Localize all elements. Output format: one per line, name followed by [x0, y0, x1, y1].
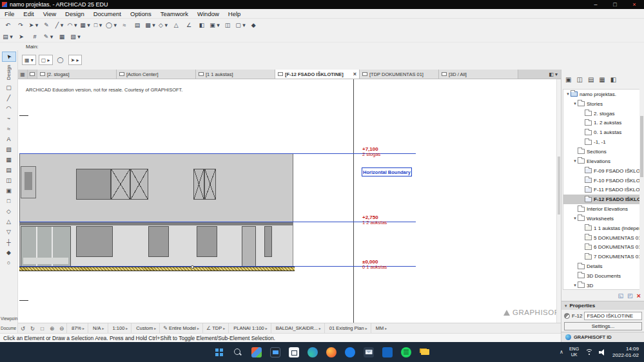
toolbar-button-icon[interactable]: ◯ ▾: [106, 20, 117, 30]
tree-item[interactable]: F-11 FSADO IŠKLOTINE (A: [563, 185, 639, 195]
arrow-tool-dropdown[interactable]: ➤ ▸: [68, 55, 82, 65]
rotate-icon[interactable]: ◯: [55, 55, 66, 65]
design-tool-icon[interactable]: ◫: [3, 175, 15, 185]
design-tool-icon[interactable]: ▣: [3, 186, 15, 195]
menu-item[interactable]: Options: [126, 9, 156, 18]
tree-item[interactable]: ▾ Elevations: [563, 157, 639, 166]
story-level-line[interactable]: [19, 153, 416, 154]
tree-item[interactable]: 1. 2 aukstas: [563, 119, 639, 128]
tree-item[interactable]: F-09 FSADO IŠKLOTINE (A: [563, 166, 639, 176]
door-shape[interactable]: [242, 226, 256, 267]
minimize-button[interactable]: –: [586, 1, 605, 8]
edge-icon[interactable]: [307, 347, 318, 357]
toolbox-section-design[interactable]: Design: [6, 62, 12, 82]
tray-expand-icon[interactable]: ∧: [560, 349, 563, 355]
quick-option-cell[interactable]: ✎ Entire Model ▸: [159, 323, 202, 333]
toolbar-button-icon[interactable]: ↷: [15, 20, 26, 30]
view-tab[interactable]: [2. stogas]: [37, 70, 117, 79]
scrollbar-thumb[interactable]: [640, 116, 643, 177]
window-shape[interactable]: [193, 169, 204, 200]
tree-item[interactable]: 2. stogas: [563, 109, 639, 119]
navigator-map-icon[interactable]: ◧: [610, 76, 616, 83]
design-tool-icon[interactable]: □: [3, 196, 15, 205]
volume-icon[interactable]: [599, 349, 607, 356]
tree-item[interactable]: ▾ Worksheets: [563, 214, 639, 224]
window-shape[interactable]: [130, 169, 148, 200]
toolbox-section-document[interactable]: Docume: [1, 326, 16, 330]
appstore-icon[interactable]: [345, 347, 355, 357]
window-shape[interactable]: [111, 169, 130, 200]
quick-option-cell[interactable]: Custom ▸: [131, 323, 159, 333]
toolbar-button-icon[interactable]: ◇ ▾: [158, 20, 168, 30]
tab-overflow-icon[interactable]: ◧ ▾: [545, 70, 561, 79]
view-tab[interactable]: [TDP DOKUMENTAS 01]: [360, 70, 439, 79]
design-tool-icon[interactable]: ◠: [3, 103, 15, 113]
toolbar-button-icon[interactable]: ▩ ▾: [145, 20, 155, 30]
language-indicator[interactable]: ENGUK: [569, 347, 579, 357]
tree-expander-icon[interactable]: ▾: [572, 283, 578, 288]
toolbar-button-icon[interactable]: ◆: [248, 20, 259, 30]
start-icon[interactable]: [214, 347, 224, 357]
toolbar-button-icon[interactable]: ▢ ▾: [235, 20, 246, 30]
window-shape[interactable]: [148, 226, 169, 257]
canvas-vertical-scrollbar[interactable]: [556, 79, 561, 323]
photos-icon[interactable]: [251, 347, 262, 357]
window-shape[interactable]: [21, 166, 36, 198]
storefront-window-shape[interactable]: [21, 226, 71, 267]
window-shape[interactable]: [76, 226, 113, 257]
toolbar-button-icon[interactable]: #: [30, 32, 40, 41]
panel-close-icon[interactable]: ×: [637, 292, 641, 300]
tree-expander-icon[interactable]: ▾: [565, 91, 571, 97]
tree-item[interactable]: Details: [563, 262, 639, 271]
design-tool-icon[interactable]: ◆: [3, 247, 15, 257]
mail-icon[interactable]: [364, 347, 374, 357]
close-button[interactable]: ×: [625, 1, 644, 8]
view-tab[interactable]: [3D / All]: [439, 70, 518, 79]
toolbar-button-icon[interactable]: ▦: [57, 32, 67, 41]
properties-header[interactable]: ▾ Properties: [561, 301, 644, 310]
story-level-line[interactable]: [19, 266, 416, 267]
toolbar-button-icon[interactable]: ◧: [197, 20, 207, 30]
design-tool-icon[interactable]: A: [3, 134, 15, 144]
tree-expander-icon[interactable]: ▾: [572, 158, 578, 164]
dock-panel-icon[interactable]: ◱: [618, 292, 624, 299]
tree-item[interactable]: -1, -1: [563, 137, 639, 147]
design-tool-icon[interactable]: ╱: [3, 93, 15, 102]
tree-item[interactable]: 6 DOKUMENTAS 01 (Inde: [563, 243, 639, 252]
quick-option-cell[interactable]: PLANAI 1:100 ▸: [228, 323, 271, 333]
toolbar-button-icon[interactable]: ✎ ▾: [43, 32, 54, 41]
tree-item[interactable]: 3D Documents: [563, 271, 639, 281]
display-icon[interactable]: [270, 347, 280, 357]
tree-item[interactable]: Sections: [563, 147, 639, 157]
design-tool-icon[interactable]: ┼: [3, 237, 15, 247]
toolbar-button-icon[interactable]: ✎: [41, 20, 52, 30]
toolbar-button-icon[interactable]: □ ▾: [93, 20, 103, 30]
design-tool-icon[interactable]: ▦: [3, 155, 15, 164]
window-shape[interactable]: [197, 226, 217, 257]
navigator-scrollbar[interactable]: [639, 89, 644, 290]
search-icon[interactable]: [233, 347, 243, 357]
toolbar-button-icon[interactable]: ↶: [3, 20, 13, 30]
files-icon[interactable]: [420, 347, 430, 357]
navigator-map-icon[interactable]: ▦: [599, 76, 605, 83]
select-tool-button[interactable]: ➤: [2, 52, 16, 62]
clock[interactable]: 14:092022-01-02: [612, 346, 639, 359]
zoom-control-icon[interactable]: ⊕: [47, 325, 57, 332]
tree-item[interactable]: 0. 1 aukstas: [563, 128, 639, 137]
design-tool-icon[interactable]: ▽: [3, 227, 15, 236]
quick-option-cell[interactable]: 1:100 ▸: [108, 323, 132, 333]
window-shape[interactable]: [204, 169, 216, 200]
quick-option-cell[interactable]: MM ▸: [371, 323, 391, 333]
design-tool-icon[interactable]: ~: [3, 113, 15, 123]
firefox-icon[interactable]: [326, 347, 337, 357]
quick-option-cell[interactable]: 87% ▸: [66, 323, 88, 333]
maximize-button[interactable]: □: [605, 1, 625, 8]
tree-item[interactable]: 5 DOKUMENTAS 01 (Inde: [563, 233, 639, 243]
toolbar-button-icon[interactable]: ╱ ▾: [54, 20, 64, 30]
menu-item[interactable]: Teamwork: [156, 9, 193, 18]
favorites-dropdown[interactable]: ▦ ▾: [22, 55, 36, 65]
design-tool-icon[interactable]: ◇: [3, 206, 15, 216]
zoom-control-icon[interactable]: ↻: [28, 325, 37, 332]
toolbar-button-icon[interactable]: ▤ ▾: [3, 32, 13, 41]
tree-expander-icon[interactable]: ▾: [572, 101, 578, 106]
